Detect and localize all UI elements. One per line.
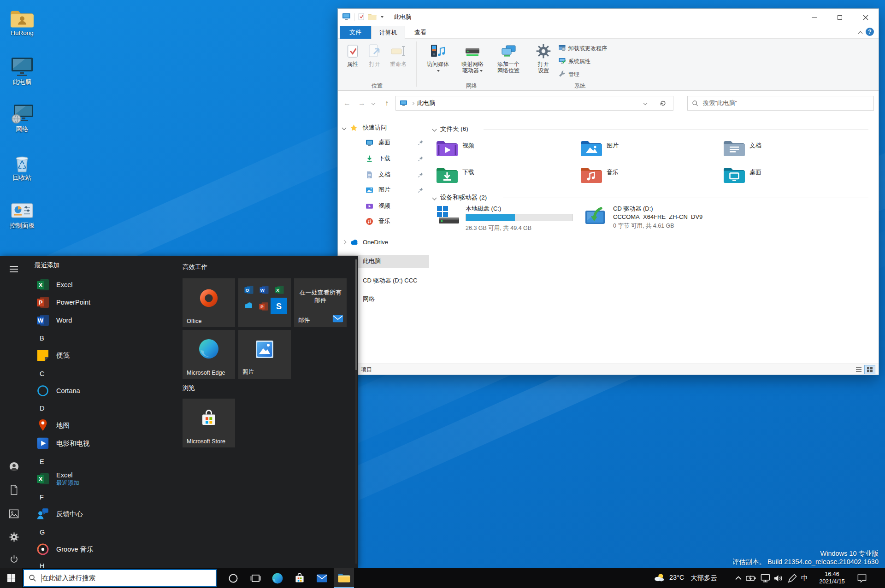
desktop-icon-5[interactable]: 控制面板 — [2, 198, 42, 229]
menu-hamburger-icon[interactable] — [8, 263, 20, 275]
map-network-drive-button[interactable]: 映射网络驱动器 — [455, 43, 490, 74]
details-view-button[interactable] — [854, 365, 864, 374]
search-box[interactable]: 搜索"此电脑" — [687, 96, 874, 111]
folder-item-4[interactable]: 下载 — [436, 165, 574, 191]
desktop-icon-3[interactable]: 网络 — [2, 102, 42, 133]
properties-button[interactable]: 属性 — [342, 43, 364, 67]
ime-indicator[interactable]: 中 — [801, 574, 808, 582]
nav-item-8[interactable]: OneDrive — [338, 235, 429, 248]
add-network-location-button[interactable]: 添加一个网络位置 — [491, 43, 526, 74]
start-app-Excel[interactable]: X Excel最近添加 — [29, 470, 181, 488]
large-icons-view-button[interactable] — [865, 365, 875, 374]
start-app-电影和电视[interactable]: 电影和电视 — [29, 435, 181, 452]
tiles-group-header-productivity[interactable]: 高效工作 — [183, 263, 207, 271]
start-app-反馈中心[interactable]: 反馈中心 — [29, 505, 181, 523]
mail-taskbar-icon[interactable] — [312, 568, 332, 588]
desktop-icon-4[interactable]: 回收站 — [2, 150, 42, 182]
tab-file[interactable]: 文件 — [340, 26, 371, 39]
maximize-button[interactable] — [827, 9, 853, 26]
documents-rail-icon[interactable] — [8, 484, 20, 496]
folder-item-5[interactable]: 音乐 — [580, 165, 719, 191]
app-list-letter-G[interactable]: G — [40, 529, 45, 536]
task-view-button[interactable] — [245, 568, 266, 588]
expander-down-icon[interactable] — [342, 125, 346, 130]
start-app-Groove 音乐[interactable]: Groove 音乐 — [29, 541, 181, 558]
volume-icon[interactable] — [773, 573, 784, 584]
rename-button[interactable]: 重命名 — [385, 43, 412, 67]
nav-item-3[interactable]: 下载 — [338, 152, 429, 165]
start-app-便笺[interactable]: 便笺 — [29, 347, 181, 364]
tab-view[interactable]: 查看 — [405, 26, 436, 39]
start-app-地图[interactable]: 地图 — [29, 417, 181, 434]
uninstall-button[interactable]: 卸载或更改程序 — [558, 44, 607, 53]
nav-item-5[interactable]: 图片 — [338, 183, 429, 196]
tile-photos[interactable]: 照片 — [238, 330, 291, 379]
folder-item-6[interactable]: 桌面 — [723, 165, 861, 191]
app-list-letter-B[interactable]: B — [40, 335, 44, 342]
section-devices[interactable]: 设备和驱动器 (2) — [433, 194, 487, 202]
recent-locations-chevron-icon[interactable] — [369, 97, 378, 110]
nav-item-6[interactable]: 视频 — [338, 200, 429, 212]
pictures-rail-icon[interactable] — [8, 508, 20, 520]
expander-right-icon[interactable] — [342, 240, 346, 244]
desktop-icon-2[interactable]: 此电脑 — [2, 54, 42, 86]
tile-office-apps-group[interactable]: OWXPS — [238, 278, 291, 327]
access-media-button[interactable]: 访问媒体 — [422, 43, 454, 74]
title-bar[interactable]: 此电脑 — [338, 9, 879, 26]
app-list-letter-E[interactable]: E — [40, 458, 44, 465]
desktop-icon-1[interactable]: HuRong — [2, 6, 42, 37]
close-button[interactable] — [853, 9, 879, 26]
refresh-button[interactable] — [652, 96, 673, 111]
manage-button[interactable]: 管理 — [558, 70, 579, 79]
folder-item-1[interactable]: 视频 — [436, 139, 574, 165]
app-list-letter-C[interactable]: C — [40, 370, 44, 377]
store-taskbar-icon[interactable] — [289, 568, 310, 588]
tab-computer[interactable]: 计算机 — [371, 26, 405, 39]
start-app-PowerPoint[interactable]: P PowerPoint — [29, 294, 181, 311]
cortana-button[interactable] — [223, 568, 243, 588]
nav-item-7[interactable]: 音乐 — [338, 215, 429, 228]
customize-qat-chevron-icon[interactable] — [381, 16, 384, 18]
start-app-Excel[interactable]: X Excel — [29, 276, 181, 294]
tile-mail[interactable]: 在一处查看所有邮件 邮件 — [294, 278, 347, 327]
tile-edge[interactable]: Microsoft Edge — [183, 330, 235, 379]
back-button[interactable]: ← — [341, 97, 354, 110]
user-account-icon[interactable] — [8, 460, 20, 472]
edge-taskbar-icon[interactable] — [267, 568, 288, 588]
address-bar[interactable]: 此电脑 — [395, 96, 653, 111]
tile-office[interactable]: Office — [183, 278, 235, 327]
tiles-group-header-explore[interactable]: 浏览 — [183, 384, 195, 392]
start-app-Cortana[interactable]: Cortana — [29, 382, 181, 400]
power-icon[interactable] — [8, 553, 20, 565]
start-app-Word[interactable]: W Word — [29, 312, 181, 329]
tile-microsoft-store[interactable]: Microsoft Store — [183, 399, 235, 447]
hidden-icons-chevron-icon[interactable] — [733, 573, 744, 584]
folder-item-2[interactable]: 图片 — [580, 139, 719, 165]
system-properties-button[interactable]: 系统属性 — [558, 57, 590, 66]
weather-condition[interactable]: 大部多云 — [690, 574, 717, 582]
forward-button[interactable]: → — [355, 97, 368, 110]
address-path[interactable]: 此电脑 — [417, 99, 435, 107]
network-icon[interactable] — [760, 573, 771, 584]
new-folder-qat-icon[interactable] — [368, 13, 377, 22]
open-settings-button[interactable]: 打开设置 — [531, 43, 555, 74]
app-list-letter-H[interactable]: H — [40, 562, 44, 568]
minimize-button[interactable] — [801, 9, 827, 26]
up-button[interactable]: ↑ — [380, 97, 393, 110]
pen-icon[interactable] — [786, 573, 797, 584]
taskbar-search-box[interactable]: 在此键入进行搜索 — [23, 569, 217, 587]
section-folders[interactable]: 文件夹 (6) — [433, 125, 468, 133]
battery-icon[interactable] — [746, 573, 757, 584]
file-explorer-taskbar-icon[interactable] — [334, 568, 354, 588]
clock[interactable]: 16:46 2021/4/15 — [813, 570, 851, 585]
app-list-letter-F[interactable]: F — [40, 494, 44, 501]
app-list-letter-D[interactable]: D — [40, 405, 44, 412]
properties-qat-icon[interactable] — [358, 13, 365, 22]
weather-temperature[interactable]: 23°C — [669, 574, 684, 581]
nav-item-1[interactable]: 快速访问 — [338, 121, 429, 134]
action-center-icon[interactable] — [856, 573, 867, 584]
start-button[interactable] — [0, 568, 22, 588]
folder-item-3[interactable]: 文档 — [723, 139, 861, 165]
weather-icon[interactable] — [654, 572, 665, 583]
start-menu-scrollbar-thumb[interactable] — [355, 259, 357, 370]
